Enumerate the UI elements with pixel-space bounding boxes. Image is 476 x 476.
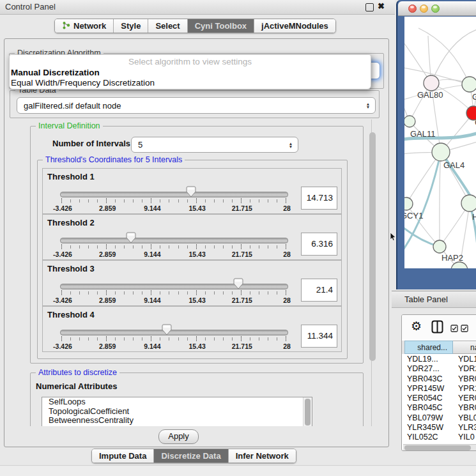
cell-shared-name[interactable]: YIL052C (404, 433, 452, 442)
threshold-slider[interactable] (60, 330, 288, 335)
number-of-intervals-label: Number of Intervals (52, 139, 130, 148)
threshold-value-field[interactable]: 11.344 (301, 325, 337, 348)
status-strip (0, 465, 476, 476)
apply-button[interactable]: Apply (158, 429, 199, 444)
zoom-traffic-light-icon[interactable] (431, 4, 440, 13)
column-header-name[interactable]: na (453, 341, 476, 354)
table-data-group: Table Data galFiltered.sif default node … (10, 90, 380, 118)
attribute-list-item[interactable]: SelfLoops (42, 397, 312, 407)
cell-shared-name[interactable]: YPR145W (404, 384, 452, 394)
tick-label: 9.144 (144, 204, 160, 212)
node-label: GA (472, 92, 476, 102)
tab-discretize-data[interactable]: Discretize Data (153, 449, 227, 463)
threshold-slider[interactable] (60, 238, 288, 243)
cell-name[interactable]: YPR1 (452, 384, 476, 394)
threshold-slider[interactable] (60, 284, 288, 289)
threshold-slider[interactable] (60, 192, 288, 197)
cell-shared-name[interactable]: YLR345W (404, 423, 452, 433)
slider-thumb[interactable] (162, 324, 172, 335)
tick-label: 9.144 (144, 296, 160, 304)
network-node-hap2[interactable] (433, 240, 446, 253)
tab-style[interactable]: Style (113, 19, 148, 33)
network-node-gal80[interactable] (424, 75, 439, 91)
tab-network[interactable]: Network (55, 19, 113, 33)
cell-name[interactable]: YER0 (452, 394, 476, 403)
scrollbar-thumb[interactable] (404, 445, 471, 450)
tick-label: 15.43 (188, 250, 205, 258)
number-of-intervals-combobox[interactable]: 5 ▲▼ (131, 137, 298, 153)
table-row[interactable]: YBR043CYBR0 (404, 374, 476, 384)
cell-name[interactable]: YIL0 (452, 433, 475, 442)
slider-tick-labels: -3.4262.8599.14415.4321.71528 (61, 250, 288, 258)
column-header-shared-name[interactable]: shared... (404, 341, 453, 354)
tab-cyni-toolbox[interactable]: Cyni Toolbox (187, 19, 254, 33)
tab-impute-data[interactable]: Impute Data (92, 449, 153, 463)
network-node-ga[interactable] (462, 77, 476, 92)
close-icon[interactable]: ✖ (378, 1, 385, 11)
gear-icon[interactable]: ⚙ (411, 319, 422, 333)
tick-label: -3.426 (53, 204, 72, 212)
close-traffic-light-icon[interactable] (408, 4, 417, 13)
slider-thumb[interactable] (126, 232, 136, 243)
numerical-attributes-list[interactable]: SelfLoopsTopologicalCoefficientBetweenne… (42, 397, 312, 426)
tab-select[interactable]: Select (148, 19, 187, 33)
cell-name[interactable]: YBL0 (452, 413, 476, 423)
minimize-traffic-light-icon[interactable] (420, 4, 428, 13)
slider-minor-ticks (61, 337, 288, 341)
combobox-value: 5 (132, 140, 286, 150)
tab-jactivemnodules[interactable]: jActiveMNodules (254, 19, 335, 33)
table-row[interactable]: YDL19...YDL1 (404, 355, 476, 364)
table-row[interactable]: YDR27...YDR2 (404, 364, 476, 374)
slider-thumb[interactable] (233, 278, 243, 289)
network-node-gal11[interactable] (404, 116, 415, 127)
threshold-value-field[interactable]: 21.4 (301, 279, 337, 302)
cell-name[interactable]: YDR2 (452, 364, 476, 374)
cell-shared-name[interactable]: YBR043C (404, 374, 452, 384)
cell-name[interactable]: YBR0 (452, 403, 476, 413)
table-data-combobox[interactable]: galFiltered.sif default node ▲▼ (17, 97, 376, 114)
network-node-gcy1[interactable] (404, 197, 413, 210)
cell-name[interactable]: YBR0 (452, 374, 476, 384)
list-scrollbar[interactable] (303, 397, 312, 426)
scrollbar-thumb[interactable] (369, 132, 376, 361)
threshold-value-field[interactable]: 6.316 (301, 233, 337, 256)
checkbox-icon[interactable] (461, 323, 468, 335)
table-row[interactable]: YPR145WYPR1 (404, 384, 476, 394)
slider-minor-ticks (61, 245, 288, 249)
cell-shared-name[interactable]: YDR27... (404, 364, 452, 374)
network-node-h[interactable] (461, 195, 476, 211)
scrollbar-thumb[interactable] (305, 399, 311, 426)
tick-label: 9.144 (144, 250, 160, 258)
cell-shared-name[interactable]: YBR045C (404, 403, 452, 413)
table-row[interactable]: YIL052CYIL0 (404, 433, 476, 442)
threshold-panel: Threshold 4 -3.4262.8599.14415.4321.7152… (42, 306, 342, 352)
dropdown-item-manual-discretization[interactable]: Manual Discretization (10, 68, 371, 78)
float-window-icon[interactable] (365, 3, 374, 12)
slider-tick-labels: -3.4262.8599.14415.4321.71528 (61, 204, 288, 212)
threshold-value-field[interactable]: 14.713 (301, 187, 337, 210)
table-row[interactable]: YER054CYER0 (404, 394, 476, 403)
cell-shared-name[interactable]: YDL19... (404, 355, 452, 364)
table-row[interactable]: YBL079WYBL0 (404, 413, 476, 423)
attribute-list-item[interactable]: TopologicalCoefficient (42, 407, 312, 417)
tick-label: 15.43 (188, 204, 205, 212)
network-node-gal4[interactable] (432, 143, 450, 161)
cell-name[interactable]: YDL1 (452, 355, 476, 364)
tab-infer-network[interactable]: Infer Network (228, 449, 296, 463)
dropdown-item-equal-width-frequency[interactable]: Equal Width/Frequency Discretization (10, 78, 371, 88)
slider-minor-ticks (61, 199, 288, 203)
slider-thumb[interactable] (186, 186, 196, 197)
table-row[interactable]: YLR345WYLR3 (404, 423, 476, 433)
checkbox-icon[interactable] (450, 323, 458, 335)
table-hscrollbar[interactable] (403, 444, 476, 451)
cell-shared-name[interactable]: YBL079W (404, 413, 452, 423)
thresholds-group: Threshold's Coordinates for 5 Intervals … (37, 160, 348, 359)
columns-icon[interactable] (431, 320, 443, 336)
network-canvas[interactable]: GAL80GACGAL11GAL4GCY1HHAP2 (404, 17, 476, 268)
attribute-list-item[interactable]: BetweennessCentrality (42, 416, 312, 426)
panel-scrollbar[interactable] (368, 119, 378, 426)
table-row[interactable]: YBR045CYBR0 (404, 403, 476, 413)
cell-shared-name[interactable]: YER054C (404, 394, 452, 403)
cell-name[interactable]: YLR3 (452, 423, 476, 433)
tick-label: 15.43 (188, 296, 205, 304)
